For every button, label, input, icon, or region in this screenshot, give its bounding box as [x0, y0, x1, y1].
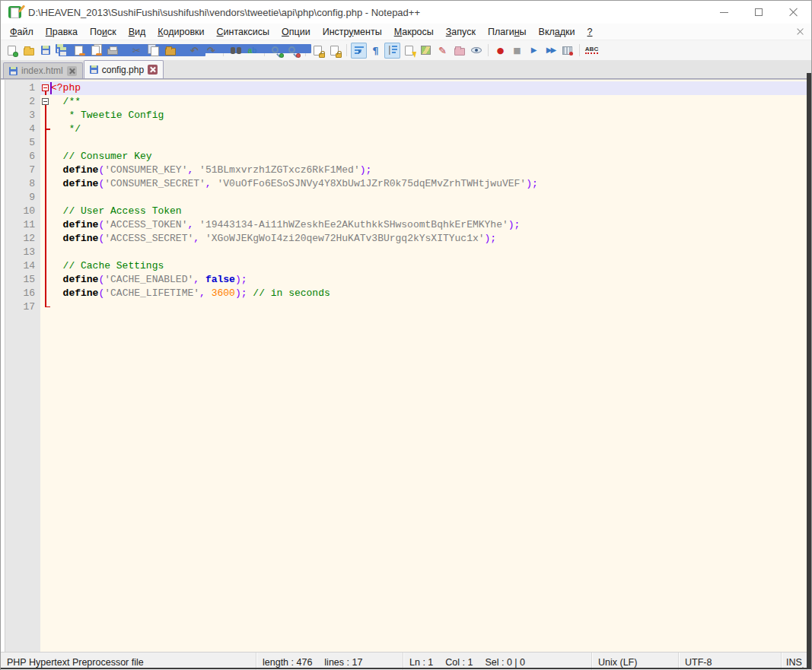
- line-number: 16: [5, 287, 35, 300]
- macro-play-button[interactable]: ▶: [526, 43, 542, 59]
- menu-item-плагины[interactable]: Плагины: [482, 25, 533, 39]
- save-file-button[interactable]: [37, 43, 53, 59]
- line-number: 5: [5, 136, 35, 150]
- status-ln: Ln : 1: [409, 657, 433, 668]
- menu-item-опции[interactable]: Опции: [275, 25, 317, 39]
- fold-collapse-icon[interactable]: [42, 98, 49, 105]
- menu-item-запуск[interactable]: Запуск: [440, 25, 482, 39]
- replace-button[interactable]: ab: [244, 43, 260, 59]
- close-icon: [789, 8, 798, 17]
- replace-icon: ab: [248, 46, 257, 55]
- monitoring-button[interactable]: [468, 43, 484, 59]
- text-area[interactable]: <?php /** * Tweetie Config */ // Consume…: [40, 80, 811, 652]
- macro-record-icon: ●: [497, 46, 505, 55]
- tab-close-icon[interactable]: [148, 65, 158, 75]
- line-number: 13: [5, 246, 35, 259]
- line-number: 15: [5, 273, 35, 287]
- menu-item-вид[interactable]: Вид: [123, 25, 152, 39]
- macro-record-button[interactable]: ●: [492, 43, 508, 59]
- macro-save-button[interactable]: [559, 43, 575, 59]
- fold-line: [45, 259, 46, 273]
- menu-item-поиск[interactable]: Поиск: [84, 25, 123, 39]
- fold-line: [45, 122, 46, 136]
- close-all-button[interactable]: [88, 43, 103, 59]
- fold-margin-cell: [40, 273, 51, 287]
- function-list-button[interactable]: ✎: [435, 43, 451, 59]
- user-defined-language-button[interactable]: [401, 43, 417, 59]
- spell-check-button[interactable]: ABC: [584, 43, 600, 59]
- line-number: 1: [5, 81, 35, 95]
- zoom-in-button[interactable]: [269, 43, 285, 59]
- folder-as-workspace-button[interactable]: [451, 43, 467, 59]
- menu-item-?[interactable]: ?: [581, 25, 599, 39]
- word-wrap-button[interactable]: [351, 43, 367, 59]
- menu-item-файл[interactable]: Файл: [4, 25, 40, 39]
- show-indent-guide-button[interactable]: [384, 43, 400, 59]
- menu-item-правка[interactable]: Правка: [40, 25, 84, 39]
- code-text: define('CACHE_ENABLED', false);: [51, 273, 247, 287]
- undo-button[interactable]: ↶: [186, 43, 202, 59]
- tab-index.html[interactable]: index.html: [3, 62, 83, 78]
- code-text: define('CACHE_LIFETIME', 3600); // in se…: [51, 287, 330, 300]
- document-map-button[interactable]: [418, 43, 434, 59]
- show-all-characters-button[interactable]: ¶: [368, 43, 384, 59]
- macro-run-multiple-button[interactable]: ▶▶: [543, 43, 559, 59]
- maximize-button[interactable]: [741, 1, 776, 24]
- line-number: 12: [5, 232, 35, 246]
- macro-stop-button[interactable]: ■: [509, 43, 525, 59]
- code-line-14: // Cache Settings: [40, 259, 811, 273]
- code-text: define('ACCESS_TOKEN', '19443134-Ai11hWZ…: [51, 218, 520, 232]
- tab-label: index.html: [21, 65, 63, 76]
- code-text: define('CONSUMER_KEY', '51BLmxvrzh1ZGTxc…: [51, 164, 371, 177]
- close-file-button[interactable]: [71, 43, 87, 59]
- minimize-button[interactable]: [706, 1, 741, 24]
- fold-line: [45, 109, 46, 122]
- show-indent-guide-icon: [388, 46, 397, 55]
- copy-button[interactable]: [145, 43, 161, 59]
- fold-margin-cell: [40, 246, 51, 259]
- save-all-button[interactable]: [54, 43, 70, 59]
- new-file-button[interactable]: [4, 43, 20, 59]
- maximize-icon: [755, 8, 763, 16]
- editor: 1234567891011121314151617 <?php /** * Tw…: [1, 79, 811, 652]
- fold-line: [45, 150, 46, 164]
- code-line-17: [40, 300, 811, 314]
- sync-horizontal-scroll-button[interactable]: [326, 43, 342, 59]
- undo-icon: ↶: [190, 46, 199, 56]
- redo-button[interactable]: ↷: [203, 43, 219, 59]
- close-document-button[interactable]: [797, 28, 804, 35]
- fold-margin-cell[interactable]: [40, 95, 51, 109]
- menu-item-вкладки[interactable]: Вкладки: [533, 25, 581, 39]
- folder-as-workspace-icon: [454, 46, 465, 56]
- fold-margin-cell: [40, 122, 51, 136]
- close-button[interactable]: [776, 1, 811, 24]
- menu-item-инструменты[interactable]: Инструменты: [317, 25, 388, 39]
- line-number: 14: [5, 259, 35, 273]
- save-file-icon: [41, 46, 50, 55]
- fold-collapse-icon[interactable]: [42, 84, 49, 91]
- find-button[interactable]: [228, 43, 244, 59]
- fold-margin-cell: [40, 287, 51, 300]
- paste-button[interactable]: [162, 43, 178, 59]
- fold-margin-cell: [40, 150, 51, 164]
- code-text: // Cache Settings: [51, 259, 164, 273]
- code-text: // Consumer Key: [51, 150, 152, 164]
- saved-file-icon: [9, 67, 18, 75]
- sync-vertical-scroll-button[interactable]: [310, 43, 326, 59]
- menu-item-макросы[interactable]: Макросы: [388, 25, 440, 39]
- open-file-button[interactable]: [21, 43, 37, 59]
- fold-margin-cell[interactable]: [40, 81, 51, 95]
- line-number: 10: [5, 205, 35, 218]
- print-button[interactable]: [104, 43, 120, 59]
- status-col: Col : 1: [445, 657, 473, 668]
- tab-config.php[interactable]: config.php: [84, 60, 164, 78]
- new-file-icon: [8, 46, 16, 56]
- code-line-4: */: [40, 122, 811, 136]
- menu-item-синтаксисы[interactable]: Синтаксисы: [211, 25, 276, 39]
- tab-close-icon[interactable]: [67, 66, 77, 76]
- print-icon: [107, 46, 118, 55]
- zoom-out-button[interactable]: [285, 43, 301, 59]
- fold-line: [45, 136, 46, 150]
- menu-item-кодировки[interactable]: Кодировки: [151, 25, 210, 39]
- cut-button[interactable]: ✂: [129, 43, 145, 59]
